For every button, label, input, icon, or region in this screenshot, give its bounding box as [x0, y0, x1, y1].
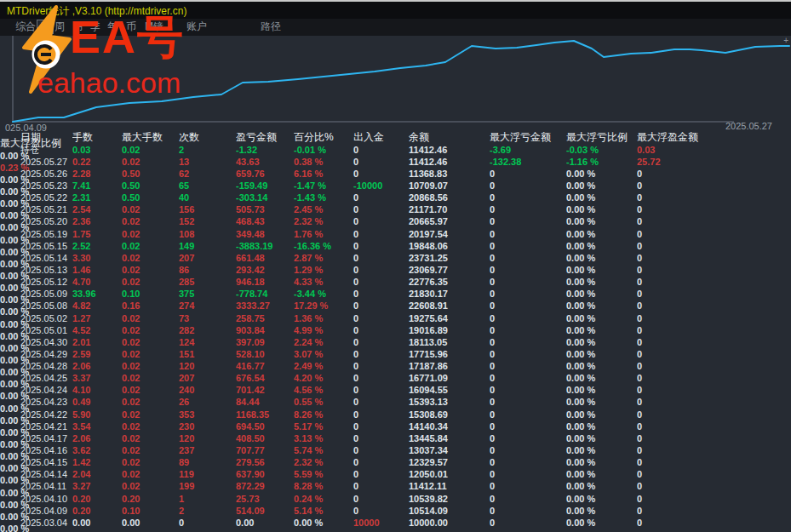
menu-item-9[interactable]: 路径 — [258, 20, 284, 34]
value-cell: 40 — [179, 192, 236, 203]
value-cell: 0.02 — [122, 348, 179, 360]
value-cell: 0.38 % — [294, 156, 353, 168]
menu-item-4[interactable]: 季 — [88, 20, 103, 34]
value-cell: -132.38 — [490, 156, 566, 168]
value-cell: 2.54 — [72, 203, 122, 215]
value-cell: 25.73 — [236, 493, 294, 505]
value-cell: 0 — [353, 360, 409, 372]
value-cell: 0.02 — [122, 409, 179, 420]
value-cell: 0.02 — [122, 444, 179, 456]
menu-item-3[interactable]: 月 — [72, 20, 87, 34]
value-cell: 10000.00 — [409, 517, 490, 529]
value-cell: 0.00 % — [566, 215, 637, 227]
value-cell: 12329.57 — [409, 456, 490, 468]
value-cell: 0.02 — [122, 264, 179, 276]
value-cell: 65 — [179, 180, 236, 192]
value-cell: 0.02 — [122, 372, 179, 384]
value-cell: -1.47 % — [294, 180, 353, 192]
value-cell: 0 — [637, 168, 791, 180]
value-cell: 0 — [179, 517, 236, 529]
value-cell: 3.54 — [72, 420, 122, 432]
value-cell: 0 — [490, 348, 566, 360]
col-header-trades: 次数 — [179, 131, 236, 143]
value-cell: 11412.11 — [409, 480, 490, 492]
value-cell: 23069.77 — [409, 264, 490, 276]
value-cell: 2.36 — [72, 215, 122, 227]
value-cell: -1.32 — [236, 144, 294, 156]
value-cell: 120 — [179, 432, 236, 444]
value-cell: 0 — [490, 444, 566, 456]
menu-item-7[interactable]: M镜 — [142, 20, 166, 34]
value-cell: 0.00 % — [566, 420, 637, 432]
value-cell: 0.00 % — [566, 336, 637, 348]
value-cell: 397.09 — [236, 336, 294, 348]
value-cell: 12050.01 — [409, 468, 490, 480]
value-cell: -3883.19 — [236, 240, 294, 252]
value-cell: 0 — [637, 252, 791, 264]
title-bar: MTDriver统计 ,V3.10 (http://mtdriver.cn) — [0, 0, 791, 19]
menu-item-1[interactable]: 日 — [37, 20, 54, 34]
value-cell: 0.02 — [122, 336, 179, 348]
value-cell: 5.74 % — [294, 444, 353, 456]
value-cell: 514.09 — [236, 505, 294, 517]
value-cell: 285 — [179, 276, 236, 288]
menu-item-6[interactable]: 币 — [123, 20, 139, 34]
value-cell: 0.00 — [122, 517, 179, 529]
value-cell: 0 — [353, 240, 409, 252]
mtdriver-stats-window: MTDriver统计 ,V3.10 (http://mtdriver.cn) 综… — [0, 0, 791, 532]
value-cell: 17715.96 — [409, 348, 490, 360]
value-cell: 2.28 — [72, 168, 122, 180]
value-cell: 528.10 — [236, 348, 294, 360]
value-cell: 0 — [353, 480, 409, 492]
value-cell: 17187.86 — [409, 360, 490, 372]
value-cell: 0.00 % — [566, 312, 637, 324]
menu-item-8[interactable]: 账户 — [184, 20, 209, 34]
value-cell: 0 — [353, 288, 409, 300]
value-cell: 0 — [637, 215, 791, 227]
value-cell: 258.75 — [236, 312, 294, 324]
value-cell: 0.00 % — [566, 432, 637, 444]
value-cell: 2 — [179, 144, 236, 156]
value-cell: 14140.34 — [409, 420, 490, 432]
table-row[interactable]: 2025.03.040.000.0000.000.00 %1000010000.… — [0, 519, 791, 531]
value-cell: 0 — [490, 468, 566, 480]
value-cell: 11412.46 — [409, 156, 490, 168]
value-cell: -0.01 % — [294, 144, 353, 156]
value-cell: 659.76 — [236, 168, 294, 180]
value-cell: 0 — [353, 384, 409, 396]
menu-item-0[interactable]: 综合 — [13, 20, 38, 34]
value-cell: 282 — [179, 324, 236, 336]
menu-item-5[interactable]: 年 — [105, 20, 120, 34]
value-cell: 20197.54 — [409, 228, 490, 240]
value-cell: 0.20 — [72, 505, 122, 517]
value-cell: 0.02 — [122, 312, 179, 324]
value-cell: 0 — [353, 252, 409, 264]
value-cell: 0 — [353, 420, 409, 432]
value-cell: 4.20 % — [294, 372, 353, 384]
menu-item-2[interactable]: 周 — [52, 20, 67, 34]
value-cell: 0 — [490, 409, 566, 420]
value-cell: 0 — [637, 384, 791, 396]
value-cell: 18113.05 — [409, 336, 490, 348]
value-cell: 946.18 — [236, 276, 294, 288]
value-cell: 1.76 % — [294, 228, 353, 240]
value-cell: 0 — [490, 300, 566, 312]
value-cell: 207 — [179, 372, 236, 384]
value-cell: 353 — [179, 409, 236, 420]
value-cell: 0 — [637, 493, 791, 505]
value-cell: 124 — [179, 336, 236, 348]
value-cell: 5.14 % — [294, 505, 353, 517]
col-header-deposit: 出入金 — [353, 131, 409, 143]
value-cell: 0 — [490, 192, 566, 203]
value-cell: 872.29 — [236, 480, 294, 492]
value-cell: 0.00 % — [566, 276, 637, 288]
value-cell: 3.30 — [72, 252, 122, 264]
value-cell: 5.17 % — [294, 420, 353, 432]
value-cell: 0 — [490, 505, 566, 517]
value-cell: -1.43 % — [294, 192, 353, 203]
col-header-max-float-loss: 最大浮亏金额 — [490, 131, 566, 143]
value-cell: 0.00 % — [566, 384, 637, 396]
value-cell: 1.46 — [72, 264, 122, 276]
value-cell: 349.48 — [236, 228, 294, 240]
value-cell: 0.00 % — [294, 517, 353, 529]
